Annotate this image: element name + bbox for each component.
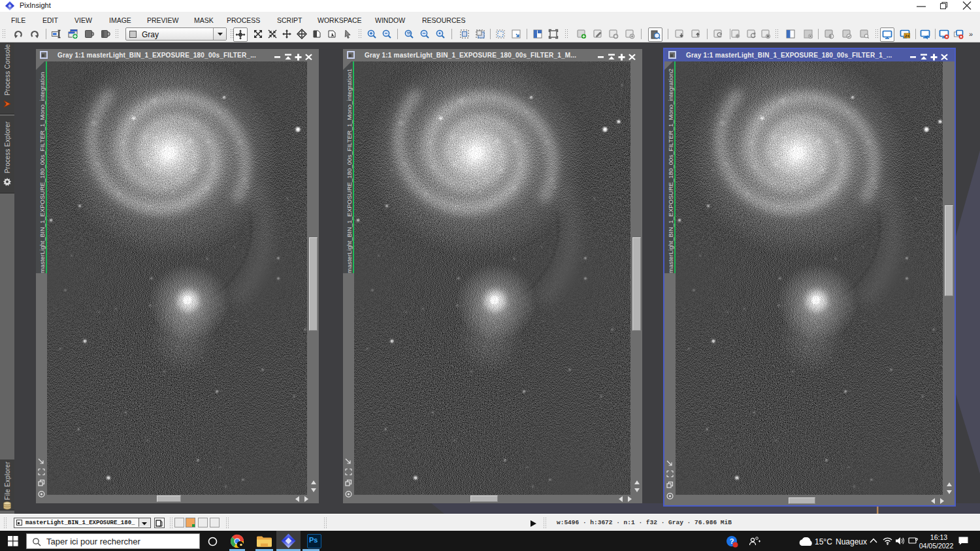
svg-text:24: 24	[905, 34, 909, 38]
